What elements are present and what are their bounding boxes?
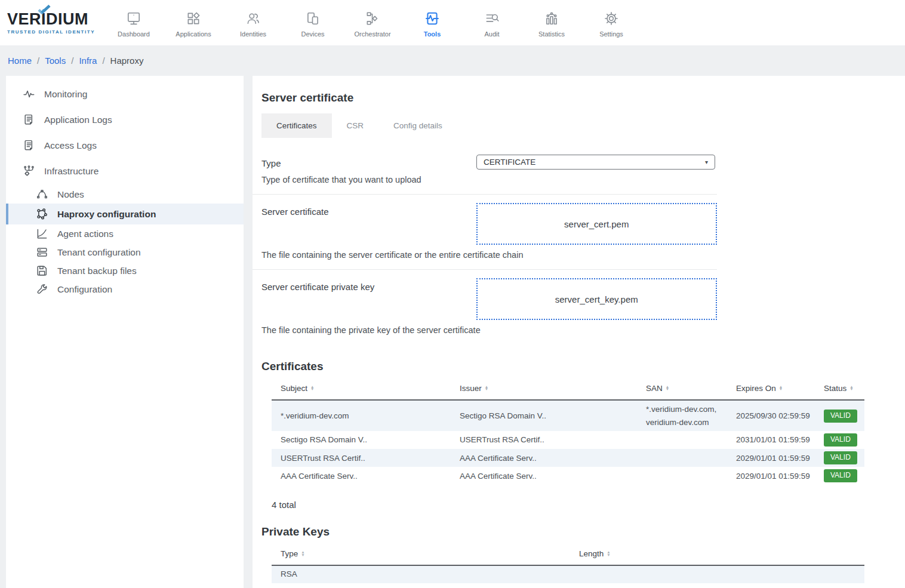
column-header-length[interactable]: Length▲▼: [570, 546, 864, 565]
breadcrumb-link-home[interactable]: Home: [8, 56, 32, 66]
sidebar-subitem-tenant-configuration[interactable]: Tenant configuration: [6, 243, 244, 261]
cell-expires: 2031/01/01 01:59:59: [727, 431, 815, 449]
sort-icon: ▲▼: [779, 386, 783, 391]
certificate-type-select[interactable]: CERTIFICATE ▾: [476, 155, 715, 170]
column-header-san[interactable]: SAN▲▼: [637, 380, 727, 400]
nav-item-orchestrator[interactable]: Orchestrator: [343, 8, 402, 38]
sidebar-subitem-nodes[interactable]: Nodes: [6, 185, 244, 204]
sidebar-item-label: Access Logs: [44, 140, 97, 151]
tab-certificates[interactable]: Certificates: [261, 113, 332, 138]
document-icon: [23, 139, 35, 152]
logo-wordmark: VERIDIUM: [7, 11, 98, 27]
nav-item-statistics[interactable]: Statistics: [522, 8, 581, 38]
sort-icon: ▲▼: [310, 386, 314, 391]
breadcrumb: Home / Tools / Infra / Haproxy: [0, 45, 905, 76]
wrench-icon: [36, 283, 48, 295]
sort-icon: ▲▼: [301, 551, 304, 556]
nav-item-applications[interactable]: Applications: [164, 8, 223, 38]
dashboard-icon: [126, 11, 141, 26]
tab-bar: Certificates CSR Config details: [261, 113, 905, 138]
sidebar-subitem-agent-actions[interactable]: Agent actions: [6, 224, 244, 243]
nav-item-devices[interactable]: Devices: [283, 8, 343, 38]
certificate-type-value: CERTIFICATE: [484, 158, 535, 167]
sort-icon: ▲▼: [607, 551, 610, 556]
sidebar-subitem-tenant-backup-files[interactable]: Tenant backup files: [6, 261, 244, 280]
cell-subject: Sectigo RSA Domain V..: [272, 431, 451, 449]
monitoring-pulse-icon: [23, 88, 35, 100]
server-certificate-dropzone[interactable]: server_cert.pem: [476, 203, 717, 245]
devices-icon: [305, 11, 321, 26]
private-key-dropzone[interactable]: server_cert_key.pem: [476, 278, 717, 320]
form-section-server-certificate: Server certificate server_cert.pem The f…: [253, 195, 717, 270]
cell-subject: *.veridium-dev.com: [272, 400, 451, 431]
document-icon: [23, 113, 35, 126]
nav-label: Statistics: [538, 30, 565, 38]
certificate-upload-form: Type CERTIFICATE ▾ Type of certificate t…: [253, 146, 717, 344]
sidebar-subitem-haproxy-configuration[interactable]: Haproxy configuration: [6, 204, 244, 224]
chevron-down-icon: ▾: [705, 159, 708, 165]
cell-issuer: USERTrust RSA Certif..: [451, 431, 637, 449]
main-panel: Server certificate Certificates CSR Conf…: [253, 76, 905, 588]
column-header-expires-on[interactable]: Expires On▲▼: [727, 380, 815, 400]
veridium-logo[interactable]: VERIDIUM TRUSTED DIGITAL IDENTITY: [7, 11, 98, 35]
server-stack-icon: [36, 246, 48, 258]
private-key-help-text: The file containing the private key of t…: [261, 325, 717, 335]
tab-config-details[interactable]: Config details: [378, 113, 457, 138]
sidebar-subitem-label: Haproxy configuration: [57, 209, 156, 220]
tab-csr[interactable]: CSR: [332, 113, 379, 138]
nav-item-identities[interactable]: Identities: [223, 8, 283, 38]
logo-text-left: VER: [7, 10, 41, 28]
infrastructure-submenu: Nodes Haproxy configuration Agent action…: [6, 185, 244, 298]
column-header-subject[interactable]: Subject▲▼: [272, 380, 451, 400]
private-keys-table: Type▲▼ Length▲▼ RSA: [272, 546, 864, 583]
sidebar-item-application-logs[interactable]: Application Logs: [6, 107, 244, 133]
sort-icon: ▲▼: [666, 386, 669, 391]
certificates-table-header: Subject▲▼ Issuer▲▼ SAN▲▼ Expires On▲▼ St…: [272, 380, 864, 400]
column-header-type[interactable]: Type▲▼: [272, 546, 570, 565]
page-title: Server certificate: [261, 91, 905, 104]
cell-san: [637, 467, 727, 485]
column-header-issuer[interactable]: Issuer▲▼: [451, 380, 637, 400]
nav-label: Orchestrator: [354, 30, 390, 38]
column-header-status[interactable]: Status▲▼: [815, 380, 864, 400]
applications-icon: [186, 11, 201, 26]
cell-issuer: Sectigo RSA Domain V..: [451, 400, 637, 431]
sort-icon: ▲▼: [849, 386, 853, 391]
breadcrumb-link-infra[interactable]: Infra: [79, 56, 97, 66]
sidebar-item-monitoring[interactable]: Monitoring: [6, 81, 244, 107]
nav-item-audit[interactable]: Audit: [462, 8, 522, 38]
sidebar-item-infrastructure[interactable]: Infrastructure: [6, 158, 244, 184]
sidebar-subitem-label: Configuration: [57, 284, 112, 295]
sidebar-subitem-configuration[interactable]: Configuration: [6, 280, 244, 298]
certificates-heading: Certificates: [261, 360, 905, 373]
nav-item-settings[interactable]: Settings: [581, 8, 641, 38]
nav-item-dashboard[interactable]: Dashboard: [104, 8, 164, 38]
cell-status: VALID: [815, 431, 864, 449]
content-area: Monitoring Application Logs Access Logs …: [0, 76, 905, 588]
breadcrumb-separator: /: [102, 56, 104, 66]
certificates-total: 4 total: [272, 500, 905, 510]
breadcrumb-link-tools[interactable]: Tools: [45, 56, 66, 66]
cell-issuer: AAA Certificate Serv..: [451, 449, 637, 467]
table-row: RSA: [272, 565, 864, 583]
cell-status: VALID: [815, 400, 864, 431]
status-badge: VALID: [824, 451, 857, 464]
nav-item-tools[interactable]: Tools: [402, 8, 462, 38]
private-keys-table-header: Type▲▼ Length▲▼: [272, 546, 864, 565]
sidebar: Monitoring Application Logs Access Logs …: [6, 76, 244, 588]
form-section-private-key: Server certificate private key server_ce…: [253, 270, 717, 344]
tools-icon: [424, 11, 440, 26]
nav-label: Dashboard: [118, 30, 150, 38]
sidebar-item-access-logs[interactable]: Access Logs: [6, 133, 244, 158]
logo-text-right: DIUM: [46, 10, 88, 28]
certificates-table: Subject▲▼ Issuer▲▼ SAN▲▼ Expires On▲▼ St…: [272, 380, 864, 485]
sidebar-subitem-label: Tenant configuration: [57, 247, 141, 258]
nav-label: Applications: [176, 30, 211, 38]
identities-icon: [245, 11, 261, 26]
nav-label: Devices: [301, 30, 324, 38]
status-badge: VALID: [824, 433, 857, 447]
server-certificate-filename: server_cert.pem: [564, 219, 629, 229]
private-key-filename: server_cert_key.pem: [555, 294, 638, 304]
sidebar-subitem-label: Nodes: [57, 189, 84, 200]
private-key-label: Server certificate private key: [261, 282, 476, 292]
